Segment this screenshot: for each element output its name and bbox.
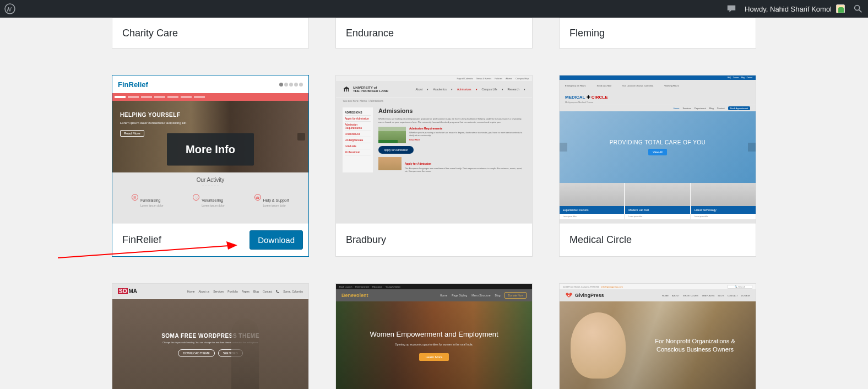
social-icons <box>279 83 303 87</box>
givingpress-logo: GivingPress <box>565 292 604 299</box>
svg-rect-5 <box>348 89 349 91</box>
svg-marker-2 <box>344 87 349 89</box>
greeting-text: Howdy, Nahid Sharif Komol <box>745 5 832 13</box>
slider-next-icon <box>748 143 756 152</box>
theme-title: Fleming <box>569 28 605 39</box>
soma-logo: SOMA <box>118 288 137 294</box>
theme-card-benevolent[interactable]: Book LaunchEntertainmentEducationYoung C… <box>335 283 533 389</box>
shot-section-title: Our Activity <box>112 177 308 183</box>
theme-screenshot: Payroll CalendarNews & EventsPoliciesAlu… <box>336 75 532 223</box>
theme-card-givingpress[interactable]: 1234 Front Street, Lahaina, HI 96761 inf… <box>559 283 756 389</box>
admin-bar: Howdy, Nahid Sharif Komol <box>0 0 868 18</box>
theme-screenshot: SOMA HomeAbout usServicesPortfolioPagesB… <box>112 284 308 389</box>
theme-title: Charity Care <box>122 28 178 39</box>
svg-rect-3 <box>344 89 345 91</box>
circle-icon: ☰ <box>132 194 138 201</box>
themes-content: Charity Care Endurance Fleming FinRelief… <box>0 18 868 389</box>
slider-arrow-icon <box>297 133 305 141</box>
shot-nav <box>112 93 308 101</box>
theme-card-medical[interactable]: FAQCareersBlogContact Emergency 24 Hours… <box>559 75 756 257</box>
theme-title: Endurance <box>346 28 394 39</box>
theme-screenshot: 1234 Front Street, Lahaina, HI 96761 inf… <box>560 284 756 389</box>
heart-icon: ♡ <box>193 194 199 201</box>
support-icon: ☎ <box>254 194 261 201</box>
slider-prev-icon <box>560 143 567 152</box>
theme-screenshot: Book LaunchEntertainmentEducationYoung C… <box>336 284 532 389</box>
comment-icon[interactable] <box>726 3 737 14</box>
shot-hero-heading: HELPING YOURSELF <box>120 112 301 118</box>
theme-screenshot: FinRelief HELPING YOURSELF Lorem ipsum d… <box>112 75 308 223</box>
avatar-icon <box>836 4 845 13</box>
theme-card-bradbury[interactable]: Payroll CalendarNews & EventsPoliciesAlu… <box>335 75 533 257</box>
theme-card[interactable]: Endurance <box>335 18 533 48</box>
svg-point-0 <box>5 4 15 14</box>
more-info-button[interactable]: More Info <box>167 133 254 166</box>
download-button[interactable]: Download <box>249 230 303 250</box>
theme-card[interactable]: Charity Care <box>112 18 309 48</box>
shot-logo: FinRelief <box>118 80 148 89</box>
svg-point-1 <box>855 6 860 10</box>
theme-screenshot: FAQCareersBlogContact Emergency 24 Hours… <box>560 75 756 223</box>
wordpress-logo-icon[interactable] <box>4 3 15 14</box>
theme-title: Medical Circle <box>569 234 632 246</box>
theme-card[interactable]: Fleming <box>559 18 756 48</box>
theme-card-finrelief[interactable]: FinRelief HELPING YOURSELF Lorem ipsum d… <box>112 75 309 257</box>
theme-title: FinRelief <box>122 234 161 246</box>
shot-hero-btn: Read More <box>120 130 144 137</box>
theme-title: Bradbury <box>346 234 386 246</box>
theme-card-soma[interactable]: SOMA HomeAbout usServicesPortfolioPagesB… <box>112 283 309 389</box>
user-greeting[interactable]: Howdy, Nahid Sharif Komol <box>745 4 845 13</box>
search-icon[interactable] <box>853 3 864 14</box>
university-logo: UNIVERSITY ofTHE PROMISED LAND <box>343 85 388 93</box>
svg-rect-4 <box>346 89 346 91</box>
